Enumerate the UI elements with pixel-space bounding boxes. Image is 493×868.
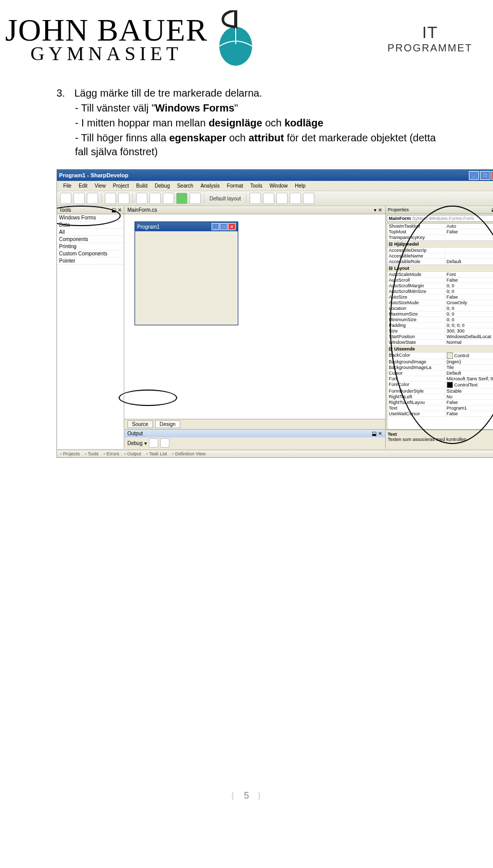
menu-item-help[interactable]: Help (292, 182, 309, 190)
debug-bar[interactable]: Debug ▾ (124, 437, 385, 449)
property-row[interactable]: AutoScrollFalse (387, 278, 493, 283)
property-grid[interactable]: ShowInTaskbarAutoTopMostFalseTransparenc… (387, 223, 493, 430)
property-value[interactable]: Program1 (445, 405, 494, 411)
property-value[interactable]: Normal (445, 340, 494, 345)
menu-item-view[interactable]: View (91, 182, 109, 190)
statusbar-item[interactable]: ▫ Errors (104, 451, 119, 456)
property-value[interactable]: Default (445, 371, 494, 376)
property-value[interactable] (445, 248, 494, 253)
property-row[interactable]: RightToLeftNo (387, 394, 493, 400)
statusbar-item[interactable]: ▫ Definition View (172, 451, 205, 456)
property-value[interactable]: WindowsDefaultLocat (445, 334, 494, 339)
toolbar-button[interactable] (290, 193, 301, 204)
menu-item-debug[interactable]: Debug (151, 182, 173, 190)
minimize-button[interactable]: _ (469, 171, 479, 180)
toolbar-button[interactable] (73, 193, 85, 204)
property-value[interactable]: False (445, 411, 494, 416)
status-bar[interactable]: ▫ Projects▫ Tools▫ Errors▫ Output▫ Task … (57, 450, 493, 457)
property-category[interactable]: ⊟ Utseende (387, 345, 493, 353)
property-row[interactable]: CursorDefault (387, 371, 493, 376)
toolbar-button[interactable] (87, 193, 98, 204)
toolbar-button[interactable] (250, 193, 261, 204)
toolbar-button[interactable] (263, 193, 274, 204)
property-value[interactable]: 300; 300 (445, 328, 494, 334)
property-value[interactable] (445, 235, 494, 240)
pin-close-icons[interactable]: ⬓ ✕ (111, 207, 122, 213)
property-value[interactable]: (ingen) (445, 359, 494, 364)
property-row[interactable]: AutoSizeFalse (387, 294, 493, 300)
menu-bar[interactable]: FileEditViewProjectBuildDebugSearchAnaly… (57, 181, 493, 191)
object-selector[interactable]: MainForm System.Windows.Forms.Form ▾ (387, 215, 493, 222)
property-row[interactable]: FormBorderStyleSizable (387, 389, 493, 394)
property-value[interactable]: False (445, 229, 494, 234)
form-minimize-icon[interactable]: _ (212, 223, 219, 230)
toolbar-button[interactable] (303, 193, 314, 204)
toolbar[interactable]: Default layout (57, 191, 493, 206)
property-row[interactable]: TopMostFalse (387, 229, 493, 235)
property-row[interactable]: AccessibleDescrip (387, 248, 493, 253)
property-value[interactable]: False (445, 400, 494, 405)
toolbar-button[interactable] (276, 193, 288, 204)
tab-dropdown-icon[interactable]: ▾ ✕ (374, 207, 382, 213)
property-value[interactable] (445, 253, 494, 258)
property-value[interactable]: Microsoft Sans Serif; 8 (445, 376, 494, 381)
editor-tab[interactable]: MainForm.cs (127, 207, 157, 213)
property-row[interactable]: RightToLeftLayouFalse (387, 400, 493, 405)
property-value[interactable]: GrowOnly (445, 300, 494, 305)
menu-item-edit[interactable]: Edit (75, 182, 90, 190)
toolbar-button[interactable] (163, 193, 174, 204)
property-row[interactable]: UseWaitCursorFalse (387, 411, 493, 417)
menu-item-search[interactable]: Search (174, 182, 197, 190)
toolbox-item[interactable]: Pointer (57, 257, 124, 265)
menu-item-file[interactable]: File (60, 182, 74, 190)
menu-item-analysis[interactable]: Analysis (197, 182, 222, 190)
form-designer[interactable]: Program1 _ □ ✕ (135, 221, 238, 325)
tab-source[interactable]: Source (127, 420, 153, 428)
property-row[interactable]: TransparencyKey (387, 235, 493, 241)
menu-item-window[interactable]: Window (267, 182, 291, 190)
property-row[interactable]: ForeColorControlText (387, 382, 493, 389)
menu-item-build[interactable]: Build (133, 182, 150, 190)
toolbar-button[interactable] (60, 193, 71, 204)
output-panel-header[interactable]: Output ⬓ ✕ (124, 429, 385, 437)
property-value[interactable]: False (445, 278, 494, 283)
statusbar-item[interactable]: ▫ Tools (85, 451, 99, 456)
property-value[interactable]: 0; 0; 0; 0 (445, 323, 494, 328)
statusbar-item[interactable]: ▫ Projects (60, 451, 80, 456)
toolbox-item[interactable]: Custom Components (57, 250, 124, 257)
menu-item-project[interactable]: Project (110, 182, 132, 190)
debug-button[interactable] (160, 438, 169, 448)
property-value[interactable]: 0; 0 (445, 311, 494, 317)
property-value[interactable]: No (445, 394, 494, 399)
property-row[interactable]: Padding0; 0; 0; 0 (387, 323, 493, 328)
statusbar-item[interactable]: ▫ Output (124, 451, 141, 456)
property-value[interactable]: Tile (445, 365, 494, 370)
toolbar-button[interactable] (136, 193, 147, 204)
property-value[interactable]: ControlText (445, 382, 494, 388)
property-row[interactable]: BackgroundImageLaTile (387, 365, 493, 371)
property-row[interactable]: AutoScrollMargin0; 0 (387, 283, 493, 289)
property-row[interactable]: Size300; 300 (387, 328, 493, 334)
property-row[interactable]: AutoScaleModeFont (387, 272, 493, 278)
toolbox-item[interactable]: Data (57, 221, 124, 229)
property-row[interactable]: MaximumSize0; 0 (387, 311, 493, 317)
menu-item-format[interactable]: Format (224, 182, 246, 190)
toolbox-item[interactable]: Printing (57, 243, 124, 250)
debug-button[interactable] (149, 438, 158, 448)
pin-close-icons[interactable]: ⬓ ✕ (372, 431, 382, 436)
property-row[interactable]: StartPositionWindowsDefaultLocat (387, 334, 493, 340)
property-row[interactable]: FontMicrosoft Sans Serif; 8 (387, 376, 493, 382)
property-row[interactable]: WindowStateNormal (387, 340, 493, 345)
property-row[interactable]: AutoScrollMinSize0; 0 (387, 289, 493, 294)
property-value[interactable]: Control (445, 353, 494, 359)
view-tabs[interactable]: Source Design (124, 419, 385, 429)
property-row[interactable]: Location0; 0 (387, 306, 493, 311)
property-value[interactable]: 0; 0 (445, 283, 494, 288)
property-value[interactable]: Sizable (445, 389, 494, 394)
property-value[interactable]: 0; 0 (445, 289, 494, 294)
toolbar-button[interactable] (189, 193, 201, 204)
run-button[interactable] (176, 193, 187, 204)
window-titlebar[interactable]: Program1 - SharpDevelop _ □ ✕ (57, 170, 493, 181)
toolbox[interactable]: Windows FormsDataAllComponentsPrintingCu… (57, 214, 124, 449)
property-value[interactable]: Auto (445, 224, 494, 229)
